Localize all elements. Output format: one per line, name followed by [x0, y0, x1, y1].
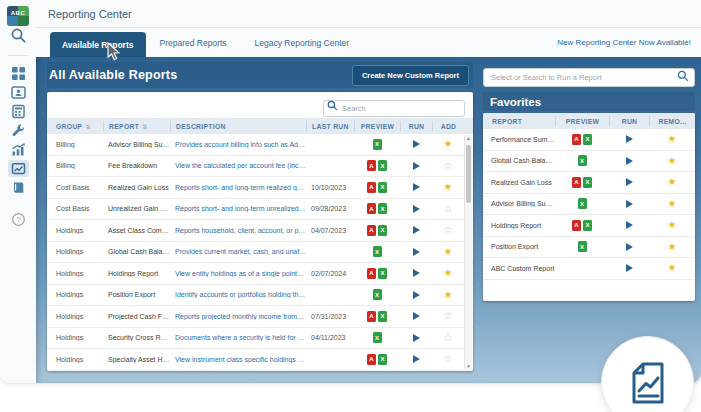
run-icon[interactable] — [626, 178, 633, 186]
run-icon[interactable] — [626, 221, 633, 229]
excel-preview-icon[interactable]: X — [373, 332, 382, 343]
dashboard-icon[interactable] — [8, 65, 29, 82]
remove-star-icon[interactable]: ★ — [668, 220, 677, 230]
remove-star-icon[interactable]: ★ — [668, 199, 677, 209]
description-link[interactable]: View instrument class specific holdings … — [170, 356, 306, 363]
remove-star-icon[interactable]: ★ — [668, 263, 677, 273]
table-scrollbar[interactable]: ▲ ▼ — [464, 135, 472, 369]
create-new-custom-report-button[interactable]: Create New Custom Report — [352, 65, 469, 86]
description-link[interactable]: Provides account billing info such as Ad… — [170, 141, 306, 148]
description-link[interactable]: Reports short- and long-term unrealized … — [170, 205, 306, 212]
scroll-down-arrow[interactable]: ▼ — [465, 363, 472, 369]
favorite-star-icon[interactable]: ★ — [444, 290, 453, 300]
accounts-icon[interactable] — [8, 103, 29, 120]
description-link[interactable]: Provides current market, cash, and unaff… — [170, 248, 306, 255]
run-icon[interactable] — [626, 157, 633, 165]
column-header-report[interactable]: REPORT — [103, 121, 170, 131]
excel-preview-icon[interactable]: X — [578, 198, 587, 209]
search-icon[interactable] — [8, 27, 29, 44]
run-icon[interactable] — [413, 355, 420, 363]
run-icon[interactable] — [413, 162, 420, 170]
run-icon[interactable] — [413, 334, 420, 342]
tab-legacy-reporting-center[interactable]: Legacy Reporting Center — [241, 28, 364, 57]
run-icon[interactable] — [626, 264, 633, 272]
run-icon[interactable] — [626, 135, 633, 143]
new-reporting-center-link[interactable]: New Reporting Center Now Available! — [557, 38, 691, 47]
excel-preview-icon[interactable]: X — [378, 225, 387, 236]
excel-preview-icon[interactable]: X — [378, 311, 387, 322]
group-cell: Holdings — [47, 334, 103, 341]
description-link[interactable]: View entity holdings as of a single poin… — [170, 270, 306, 277]
favorite-star-icon[interactable]: ☆ — [444, 161, 453, 171]
favorite-star-icon[interactable]: ☆ — [444, 333, 453, 343]
excel-preview-icon[interactable]: X — [583, 177, 592, 188]
add-cell: ☆ — [432, 354, 464, 364]
excel-preview-icon[interactable]: X — [378, 268, 387, 279]
run-icon[interactable] — [413, 291, 420, 299]
description-link[interactable]: Reports household, client, account, or p… — [170, 227, 306, 234]
excel-preview-icon[interactable]: X — [373, 139, 382, 150]
favorite-star-icon[interactable]: ☆ — [444, 311, 453, 321]
description-link[interactable]: Documents where a security is held for a… — [170, 334, 306, 341]
pdf-preview-icon[interactable]: A — [572, 220, 581, 231]
scrollbar-thumb[interactable] — [466, 145, 471, 203]
run-icon[interactable] — [626, 243, 633, 251]
favorite-star-icon[interactable]: ☆ — [444, 354, 453, 364]
reports-icon[interactable] — [8, 160, 29, 177]
run-report-search-input[interactable] — [483, 68, 695, 87]
pdf-preview-icon[interactable]: A — [367, 203, 376, 214]
documents-icon[interactable] — [8, 179, 29, 196]
pdf-preview-icon[interactable]: A — [367, 354, 376, 365]
excel-preview-icon[interactable]: X — [583, 220, 592, 231]
description-link[interactable]: View the calculated per account fee (inc… — [170, 162, 306, 169]
column-header-group[interactable]: GROUP — [47, 121, 103, 131]
app-logo[interactable]: ABC — [7, 6, 29, 26]
remove-star-icon[interactable]: ★ — [668, 134, 677, 144]
run-icon[interactable] — [413, 269, 420, 277]
run-icon[interactable] — [413, 183, 420, 191]
excel-preview-icon[interactable]: X — [378, 182, 387, 193]
excel-preview-icon[interactable]: X — [373, 246, 382, 257]
excel-preview-icon[interactable]: X — [378, 160, 387, 171]
favorite-star-icon[interactable]: ☆ — [444, 225, 453, 235]
run-icon[interactable] — [413, 226, 420, 234]
excel-preview-icon[interactable]: X — [378, 354, 387, 365]
excel-preview-icon[interactable]: X — [583, 134, 592, 145]
run-icon[interactable] — [413, 140, 420, 148]
run-icon[interactable] — [626, 200, 633, 208]
run-icon[interactable] — [413, 205, 420, 213]
tab-available-reports[interactable]: Available Reports — [50, 32, 146, 57]
pdf-preview-icon[interactable]: A — [367, 268, 376, 279]
run-icon[interactable] — [413, 248, 420, 256]
favorite-star-icon[interactable]: ★ — [444, 268, 453, 278]
pdf-preview-icon[interactable]: A — [367, 160, 376, 171]
tools-icon[interactable] — [8, 122, 29, 139]
favorite-star-icon[interactable]: ☆ — [444, 204, 453, 214]
remove-star-icon[interactable]: ★ — [668, 156, 677, 166]
help-icon[interactable]: ? — [8, 211, 29, 228]
search-input[interactable] — [323, 100, 465, 117]
excel-preview-icon[interactable]: X — [373, 289, 382, 300]
scroll-up-arrow[interactable]: ▲ — [465, 135, 472, 141]
excel-preview-icon[interactable]: X — [378, 203, 387, 214]
description-link[interactable]: Identify accounts or portfolios holding … — [170, 291, 306, 298]
favorite-star-icon[interactable]: ★ — [444, 247, 453, 257]
pdf-preview-icon[interactable]: A — [572, 134, 581, 145]
description-link[interactable]: Reports projected monthly income from di… — [170, 313, 306, 320]
remove-star-icon[interactable]: ★ — [668, 177, 677, 187]
preview-cell: X — [354, 332, 400, 343]
excel-preview-icon[interactable]: X — [578, 241, 587, 252]
pdf-preview-icon[interactable]: A — [367, 311, 376, 322]
analytics-icon[interactable] — [8, 141, 29, 158]
remove-star-icon[interactable]: ★ — [668, 242, 677, 252]
contacts-icon[interactable] — [8, 84, 29, 101]
run-icon[interactable] — [413, 312, 420, 320]
pdf-preview-icon[interactable]: A — [572, 177, 581, 188]
favorite-star-icon[interactable]: ★ — [444, 182, 453, 192]
favorite-star-icon[interactable]: ★ — [444, 139, 453, 149]
tab-prepared-reports[interactable]: Prepared Reports — [146, 28, 241, 57]
excel-preview-icon[interactable]: X — [578, 155, 587, 166]
pdf-preview-icon[interactable]: A — [367, 225, 376, 236]
pdf-preview-icon[interactable]: A — [367, 182, 376, 193]
description-link[interactable]: Reports short- and long-term realized ga… — [170, 184, 306, 191]
